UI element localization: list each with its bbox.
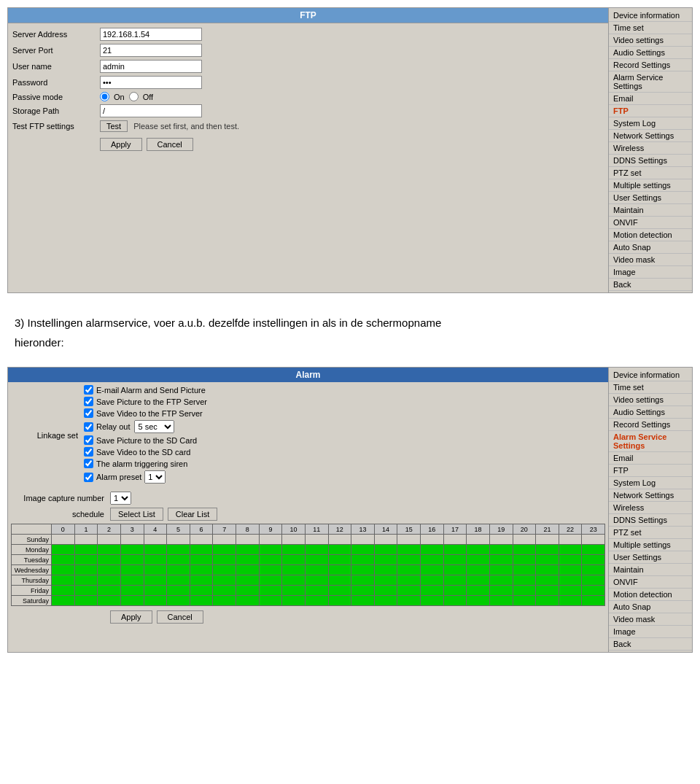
schedule-cell[interactable] — [213, 555, 236, 565]
schedule-cell[interactable] — [305, 535, 328, 545]
schedule-cell[interactable] — [259, 565, 282, 575]
schedule-cell[interactable] — [190, 586, 213, 596]
schedule-cell[interactable] — [467, 565, 490, 575]
schedule-cell[interactable] — [305, 545, 328, 555]
schedule-cell[interactable] — [397, 565, 421, 575]
schedule-cell[interactable] — [421, 535, 444, 545]
ftp-server-port-input[interactable] — [100, 44, 202, 57]
schedule-cell[interactable] — [351, 575, 375, 586]
schedule-cell[interactable] — [489, 555, 513, 565]
schedule-cell[interactable] — [489, 545, 513, 555]
schedule-cell[interactable] — [282, 535, 306, 545]
schedule-cell[interactable] — [328, 596, 351, 606]
alarm-sidebar-item-10[interactable]: Wireless — [609, 502, 692, 514]
schedule-cell[interactable] — [536, 555, 559, 565]
schedule-cell[interactable] — [236, 535, 260, 545]
schedule-cell[interactable] — [328, 545, 351, 555]
schedule-cell[interactable] — [236, 555, 260, 565]
ftp-apply-button[interactable]: Apply — [100, 138, 142, 151]
schedule-cell[interactable] — [98, 565, 121, 575]
schedule-cell[interactable] — [328, 565, 351, 575]
ftp-sidebar-item-10[interactable]: Wireless — [609, 142, 692, 155]
alarm-checkbox-0[interactable] — [84, 385, 93, 395]
alarm-sidebar-item-8[interactable]: System Log — [609, 477, 692, 489]
schedule-cell[interactable] — [374, 565, 397, 575]
ftp-username-input[interactable] — [100, 60, 202, 73]
schedule-cell[interactable] — [190, 535, 213, 545]
ftp-sidebar-item-13[interactable]: Multiple settings — [609, 179, 692, 192]
schedule-cell[interactable] — [513, 586, 536, 596]
schedule-cell[interactable] — [536, 575, 559, 586]
schedule-cell[interactable] — [52, 535, 75, 545]
alarm-sidebar-item-20[interactable]: Image — [609, 626, 692, 638]
schedule-cell[interactable] — [582, 575, 605, 586]
alarm-sidebar-item-3[interactable]: Audio Settings — [609, 406, 692, 419]
schedule-cell[interactable] — [167, 586, 190, 596]
schedule-cell[interactable] — [144, 586, 167, 596]
schedule-cell[interactable] — [144, 565, 167, 575]
schedule-cell[interactable] — [74, 565, 98, 575]
alarm-capture-select[interactable]: 123 — [110, 492, 131, 505]
alarm-sidebar-item-16[interactable]: ONVIF — [609, 576, 692, 589]
ftp-sidebar-item-20[interactable]: Image — [609, 266, 692, 279]
schedule-cell[interactable] — [489, 565, 513, 575]
schedule-cell[interactable] — [167, 545, 190, 555]
ftp-sidebar-item-14[interactable]: User Settings — [609, 192, 692, 204]
schedule-cell[interactable] — [374, 535, 397, 545]
schedule-cell[interactable] — [513, 545, 536, 555]
alarm-preset-select[interactable]: 1234 — [144, 470, 166, 484]
schedule-cell[interactable] — [167, 575, 190, 586]
schedule-cell[interactable] — [190, 596, 213, 606]
schedule-cell[interactable] — [536, 545, 559, 555]
schedule-cell[interactable] — [374, 586, 397, 596]
schedule-cell[interactable] — [559, 596, 582, 606]
schedule-cell[interactable] — [259, 586, 282, 596]
schedule-cell[interactable] — [397, 575, 421, 586]
schedule-cell[interactable] — [467, 555, 490, 565]
schedule-cell[interactable] — [167, 535, 190, 545]
alarm-sidebar-item-1[interactable]: Time set — [609, 381, 692, 394]
schedule-cell[interactable] — [443, 545, 467, 555]
schedule-cell[interactable] — [98, 575, 121, 586]
ftp-sidebar-item-21[interactable]: Back — [609, 279, 692, 291]
schedule-cell[interactable] — [144, 545, 167, 555]
schedule-cell[interactable] — [328, 555, 351, 565]
schedule-cell[interactable] — [213, 565, 236, 575]
schedule-cell[interactable] — [421, 575, 444, 586]
schedule-cell[interactable] — [328, 586, 351, 596]
schedule-cell[interactable] — [282, 596, 306, 606]
ftp-sidebar-item-8[interactable]: System Log — [609, 117, 692, 130]
ftp-sidebar-item-11[interactable]: DDNS Settings — [609, 155, 692, 167]
schedule-cell[interactable] — [259, 596, 282, 606]
schedule-cell[interactable] — [52, 586, 75, 596]
schedule-cell[interactable] — [305, 586, 328, 596]
schedule-cell[interactable] — [98, 545, 121, 555]
ftp-sidebar-item-12[interactable]: PTZ set — [609, 167, 692, 179]
schedule-cell[interactable] — [467, 545, 490, 555]
schedule-cell[interactable] — [144, 575, 167, 586]
ftp-sidebar-item-4[interactable]: Record Settings — [609, 59, 692, 71]
schedule-cell[interactable] — [559, 586, 582, 596]
schedule-cell[interactable] — [259, 535, 282, 545]
alarm-sidebar-item-12[interactable]: PTZ set — [609, 527, 692, 539]
schedule-cell[interactable] — [167, 555, 190, 565]
alarm-checkbox-2[interactable] — [84, 408, 93, 418]
schedule-cell[interactable] — [259, 555, 282, 565]
schedule-cell[interactable] — [559, 555, 582, 565]
schedule-cell[interactable] — [190, 545, 213, 555]
schedule-cell[interactable] — [374, 555, 397, 565]
schedule-cell[interactable] — [397, 545, 421, 555]
schedule-cell[interactable] — [513, 535, 536, 545]
alarm-apply-button[interactable]: Apply — [110, 610, 152, 624]
schedule-cell[interactable] — [144, 596, 167, 606]
schedule-cell[interactable] — [213, 535, 236, 545]
schedule-cell[interactable] — [236, 545, 260, 555]
schedule-cell[interactable] — [167, 596, 190, 606]
alarm-clear-list-button[interactable]: Clear List — [168, 508, 217, 521]
alarm-sidebar-item-6[interactable]: Email — [609, 452, 692, 465]
schedule-cell[interactable] — [582, 545, 605, 555]
ftp-sidebar-item-17[interactable]: Motion detection — [609, 229, 692, 241]
schedule-cell[interactable] — [213, 575, 236, 586]
schedule-cell[interactable] — [52, 565, 75, 575]
ftp-passive-on-radio[interactable] — [100, 92, 109, 101]
